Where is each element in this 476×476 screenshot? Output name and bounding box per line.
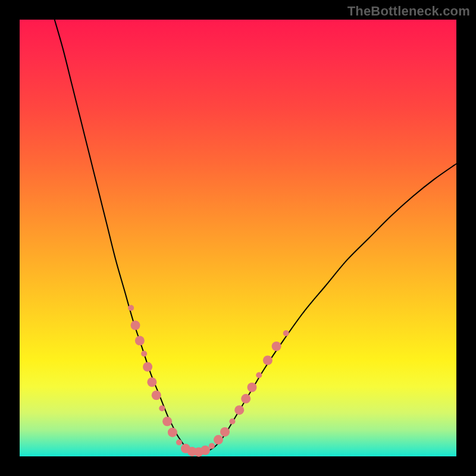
curve-marker <box>147 377 156 387</box>
chart-overlay <box>20 20 456 456</box>
curve-marker <box>283 330 289 336</box>
curve-marker <box>162 416 172 426</box>
curve-markers <box>128 305 289 456</box>
curve-marker <box>234 405 244 415</box>
curve-marker <box>241 394 250 403</box>
curve-marker <box>141 351 147 357</box>
curve-marker <box>229 418 235 424</box>
curve-marker <box>256 372 262 378</box>
curve-marker <box>128 305 134 311</box>
curve-marker <box>176 440 182 446</box>
curve-marker <box>168 428 177 437</box>
curve-marker <box>220 427 230 437</box>
curve-marker <box>201 446 210 455</box>
curve-marker <box>214 435 223 444</box>
curve-marker <box>263 356 273 365</box>
curve-marker <box>247 383 256 392</box>
chart-stage: TheBottleneck.com <box>0 0 476 476</box>
curve-marker <box>131 321 140 330</box>
plot-area <box>20 20 456 456</box>
curve-marker <box>159 405 165 411</box>
curve-marker <box>143 362 152 372</box>
curve-marker <box>152 390 161 400</box>
curve-marker <box>272 342 281 351</box>
curve-marker <box>209 443 215 449</box>
watermark-text: TheBottleneck.com <box>347 4 470 19</box>
curve-marker <box>135 336 145 345</box>
